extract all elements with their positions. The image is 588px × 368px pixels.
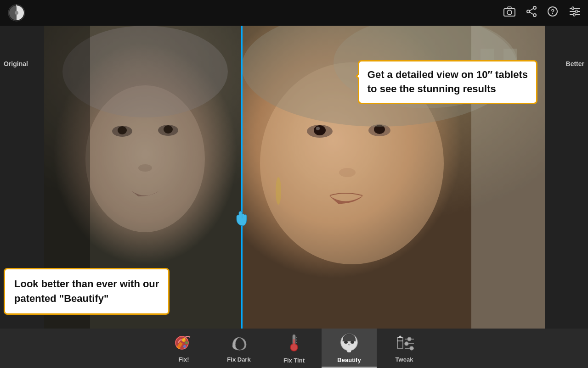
svg-rect-54	[347, 350, 351, 352]
svg-rect-16	[572, 7, 574, 10]
svg-point-43	[185, 341, 188, 344]
svg-rect-5	[508, 7, 511, 9]
hand-cursor-icon	[235, 209, 251, 231]
svg-point-57	[407, 337, 411, 341]
svg-point-61	[410, 346, 413, 350]
tool-beautify-label: Beautify	[337, 357, 361, 363]
svg-point-7	[527, 10, 530, 13]
svg-point-8	[533, 14, 536, 17]
svg-line-10	[530, 12, 533, 15]
svg-point-44	[183, 345, 186, 348]
svg-rect-18	[573, 13, 575, 16]
tooltip-bottom: Look better than ever with ourpatented "…	[4, 268, 170, 315]
settings-sliders-icon[interactable]	[569, 6, 581, 19]
divider-line	[241, 26, 243, 329]
svg-point-21	[118, 126, 127, 134]
bottom-toolbar: Fix! Fix Dark Fix Tint	[0, 329, 588, 368]
top-bar: ?	[0, 0, 588, 26]
tool-fix-dark[interactable]: Fix Dark	[211, 329, 266, 368]
camera-icon[interactable]	[503, 6, 515, 19]
label-original: Original	[4, 60, 28, 67]
svg-point-42	[182, 338, 186, 342]
tooltip-top: Get a detailed view on 10″ tabletsto see…	[358, 60, 537, 104]
fix-tint-icon	[284, 333, 304, 355]
main-area: Original Better	[0, 26, 588, 329]
fix-dark-icon	[229, 334, 249, 354]
tool-fix-dark-label: Fix Dark	[227, 356, 250, 363]
tool-tweak[interactable]: Tweak	[377, 329, 432, 368]
svg-point-53	[351, 341, 354, 344]
svg-point-30	[316, 127, 320, 130]
tool-fix-label: Fix!	[178, 356, 189, 363]
tool-fix-tint[interactable]: Fix Tint	[266, 329, 322, 368]
svg-text:?: ?	[551, 8, 555, 15]
svg-point-33	[339, 168, 356, 177]
app-logo	[7, 4, 26, 22]
tooltip-bottom-text: Look better than ever with ourpatented "…	[14, 277, 159, 306]
svg-marker-55	[397, 335, 403, 338]
svg-point-52	[344, 341, 348, 344]
help-icon[interactable]: ?	[548, 6, 558, 19]
svg-point-34	[276, 177, 281, 205]
svg-rect-17	[576, 10, 577, 13]
tool-beautify[interactable]: Beautify	[322, 329, 377, 368]
beautify-icon	[339, 332, 359, 355]
share-icon[interactable]	[526, 6, 537, 20]
fix-icon	[174, 334, 194, 354]
tweak-icon	[394, 334, 415, 354]
tool-tweak-label: Tweak	[396, 356, 413, 363]
tooltip-top-text: Get a detailed view on 10″ tabletsto see…	[368, 68, 528, 96]
svg-point-23	[164, 125, 173, 134]
svg-point-29	[314, 125, 326, 135]
svg-point-1	[15, 11, 18, 15]
tool-fix-tint-label: Fix Tint	[283, 357, 305, 364]
svg-rect-47	[294, 339, 295, 347]
svg-point-4	[507, 10, 512, 15]
svg-point-6	[533, 6, 536, 9]
tool-fix[interactable]: Fix!	[156, 329, 211, 368]
top-bar-right: ?	[503, 6, 581, 20]
top-bar-left	[7, 4, 26, 22]
svg-line-9	[530, 9, 533, 11]
svg-point-59	[405, 342, 408, 346]
svg-point-24	[138, 164, 152, 172]
label-better: Better	[566, 60, 584, 67]
